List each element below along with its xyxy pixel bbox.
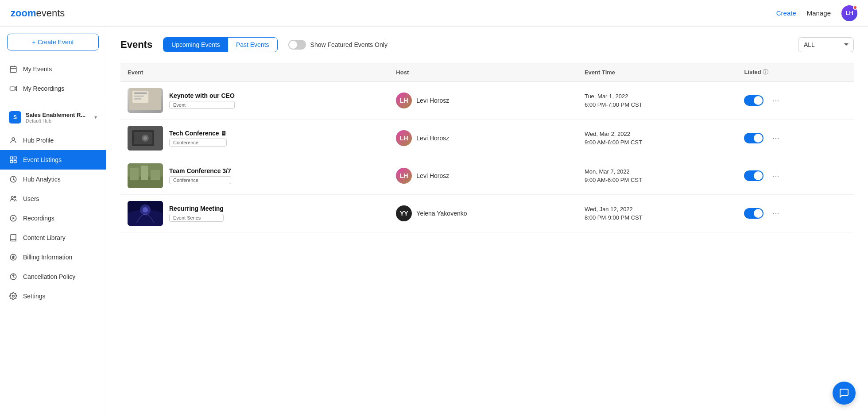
sidebar-item-my-events[interactable]: My Events: [0, 59, 106, 79]
table-row: Tech Conference 🖥 Conference LH Levi Hor…: [120, 120, 854, 157]
events-header: Events Upcoming Events Past Events Show …: [120, 37, 854, 52]
sidebar-item-label: My Events: [23, 66, 52, 73]
tab-past-events[interactable]: Past Events: [228, 38, 277, 52]
sidebar-item-recordings[interactable]: Recordings: [0, 208, 106, 228]
col-event-time: Event Time: [577, 63, 737, 82]
chat-fab-button[interactable]: [833, 382, 856, 405]
sidebar-item-settings[interactable]: Settings: [0, 286, 106, 306]
svg-rect-30: [130, 168, 139, 180]
refresh-icon: [9, 272, 18, 281]
event-cell: Recurring Meeting Event Series: [120, 195, 389, 232]
avatar[interactable]: LH: [841, 5, 857, 21]
page-title: Events: [120, 39, 152, 50]
svg-rect-7: [14, 157, 16, 159]
table-row: Recurring Meeting Event Series YY Yelena…: [120, 195, 854, 232]
host-name: Yelena Yakovenko: [416, 210, 467, 217]
hub-avatar: S: [9, 111, 21, 124]
event-tag: Event Series: [169, 214, 224, 222]
featured-toggle[interactable]: [288, 40, 306, 50]
sidebar-item-my-recordings[interactable]: My Recordings: [0, 79, 106, 98]
sidebar-item-label: Billing Information: [23, 254, 72, 261]
hub-name: Sales Enablement R...: [26, 112, 88, 118]
event-name: Tech Conference 🖥: [169, 130, 227, 137]
event-info: Tech Conference 🖥 Conference: [169, 130, 227, 147]
sidebar-item-hub-profile[interactable]: Hub Profile: [0, 131, 106, 150]
host-name: Levi Horosz: [416, 135, 449, 142]
filter-select[interactable]: ALL Events Conference Event Series: [798, 37, 854, 52]
svg-point-36: [143, 207, 148, 212]
listed-cell: ···: [737, 120, 854, 157]
sidebar-item-label: Cancellation Policy: [23, 273, 75, 280]
listed-toggle[interactable]: [744, 170, 763, 181]
gear-icon: [9, 292, 18, 301]
listed-toggle[interactable]: [744, 95, 763, 106]
featured-toggle-wrap: Show Featured Events Only: [288, 40, 388, 50]
event-time-cell: Tue, Mar 1, 2022 6:00 PM-7:00 PM CST: [577, 82, 737, 120]
svg-rect-21: [134, 96, 144, 97]
sidebar-item-cancellation-policy[interactable]: Cancellation Policy: [0, 267, 106, 286]
person-icon: [9, 136, 18, 145]
sidebar-hub-selector[interactable]: S Sales Enablement R... Default Hub ▾: [0, 106, 106, 129]
more-options-button[interactable]: ···: [769, 94, 783, 107]
header-manage-button[interactable]: Manage: [807, 9, 831, 17]
sidebar-item-label: Content Library: [23, 234, 66, 241]
notification-badge: [853, 5, 857, 10]
sidebar-item-label: Hub Profile: [23, 137, 54, 144]
sidebar-item-event-listings[interactable]: Event Listings: [0, 150, 106, 170]
chevron-down-icon: ▾: [94, 114, 97, 120]
col-event: Event: [120, 63, 389, 82]
event-date: Tue, Mar 1, 2022: [585, 92, 730, 101]
event-thumbnail: [128, 88, 163, 113]
event-tag: Conference: [169, 139, 227, 147]
sidebar-item-label: Users: [23, 195, 39, 202]
event-cell: Keynote with our CEO Event: [120, 82, 389, 120]
event-cell: Tech Conference 🖥 Conference: [120, 120, 389, 157]
more-options-button[interactable]: ···: [769, 132, 783, 145]
listed-cell: ···: [737, 82, 854, 120]
app-header: zoomevents Create Manage LH: [0, 0, 868, 27]
listed-info-icon[interactable]: ⓘ: [763, 69, 768, 75]
events-table: Event Host Event Time Listed ⓘ: [120, 63, 854, 232]
svg-rect-20: [134, 93, 147, 94]
event-time: 9:00 AM-6:00 PM CST: [585, 176, 730, 185]
host-avatar: LH: [396, 93, 412, 108]
sidebar-item-label: My Recordings: [23, 85, 64, 92]
play-icon: [9, 214, 18, 223]
table-row: Keynote with our CEO Event LH Levi Horos…: [120, 82, 854, 120]
listed-toggle[interactable]: [744, 133, 763, 143]
tab-upcoming-events[interactable]: Upcoming Events: [163, 38, 228, 52]
svg-point-5: [12, 138, 15, 140]
more-options-button[interactable]: ···: [769, 207, 783, 220]
event-info: Keynote with our CEO Event: [169, 92, 235, 109]
header-create-button[interactable]: Create: [776, 9, 796, 17]
featured-toggle-label: Show Featured Events Only: [310, 41, 388, 48]
svg-marker-14: [13, 217, 15, 220]
hub-info: Sales Enablement R... Default Hub: [26, 112, 90, 124]
event-tag: Event: [169, 101, 235, 109]
event-time-cell: Wed, Jan 12, 2022 8:00 PM-9:00 PM CST: [577, 195, 737, 232]
svg-point-27: [143, 136, 147, 140]
col-host: Host: [389, 63, 577, 82]
event-time-cell: Mon, Mar 7, 2022 9:00 AM-6:00 PM CST: [577, 157, 737, 195]
table-row: Team Conference 3/7 Conference LH Levi H…: [120, 157, 854, 195]
sidebar-divider: [0, 102, 106, 102]
sidebar-item-content-library[interactable]: Content Library: [0, 228, 106, 247]
sidebar-item-billing[interactable]: Billing Information: [0, 247, 106, 267]
dollar-icon: [9, 253, 18, 262]
host-name: Levi Horosz: [416, 97, 449, 104]
svg-rect-22: [134, 98, 141, 100]
host-cell: LH Levi Horosz: [389, 120, 577, 157]
listed-cell: ···: [737, 157, 854, 195]
logo-zoom: zoom: [11, 8, 36, 19]
svg-rect-32: [151, 170, 160, 180]
event-time: 8:00 PM-9:00 PM CST: [585, 213, 730, 222]
sidebar-item-hub-analytics[interactable]: Hub Analytics: [0, 170, 106, 189]
more-options-button[interactable]: ···: [769, 170, 783, 182]
event-date: Wed, Jan 12, 2022: [585, 205, 730, 214]
listed-toggle[interactable]: [744, 208, 763, 219]
filter-dropdown-wrap: ALL Events Conference Event Series: [798, 37, 854, 52]
svg-rect-8: [10, 161, 12, 163]
sidebar-item-users[interactable]: Users: [0, 189, 106, 208]
create-event-button[interactable]: + Create Event: [7, 34, 99, 50]
host-avatar: LH: [396, 130, 412, 146]
